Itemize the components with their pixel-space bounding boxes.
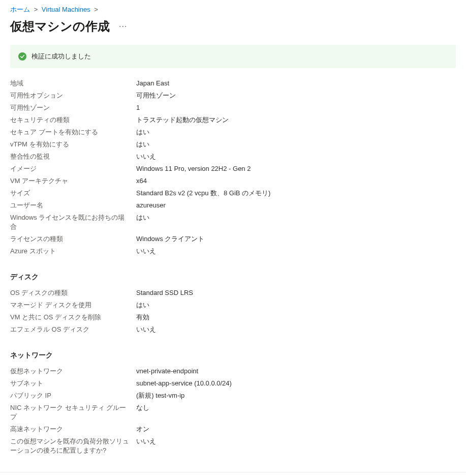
field-row: NIC ネットワーク セキュリティ グループなし [10, 402, 456, 423]
field-value: はい [136, 128, 149, 137]
title-row: 仮想マシンの作成 ··· [0, 16, 466, 45]
field-label: 高速ネットワーク [10, 425, 136, 434]
field-label: VM アーキテクチャ [10, 176, 136, 186]
chevron-right-icon: > [34, 6, 38, 13]
field-value: x64 [136, 176, 147, 186]
field-row: ライセンスの種類Windows クライアント [10, 233, 456, 245]
field-value: 可用性ゾーン [136, 91, 176, 100]
field-row: セキュア ブートを有効にするはい [10, 126, 456, 138]
field-label: ユーザー名 [10, 201, 136, 210]
field-row: サブネットsubnet-app-service (10.0.0.0/24) [10, 377, 456, 390]
field-value: トラステッド起動の仮想マシン [136, 115, 229, 125]
field-value: いいえ [136, 247, 156, 256]
field-value: はい [136, 301, 149, 310]
field-value: (新規) test-vm-ip [136, 391, 184, 400]
field-row: VM アーキテクチャx64 [10, 175, 456, 187]
svg-point-0 [18, 52, 26, 61]
field-label: vTPM を有効にする [10, 140, 136, 149]
field-label: この仮想マシンを既存の負荷分散ソリューションの後ろに配置しますか? [10, 437, 136, 455]
field-row: 可用性ゾーン1 [10, 102, 456, 114]
page-title: 仮想マシンの作成 [10, 18, 110, 35]
field-value: Standard B2s v2 (2 vcpu 数、8 GiB のメモリ) [136, 189, 270, 198]
field-row: セキュリティの種類トラステッド起動の仮想マシン [10, 114, 456, 126]
field-value: Windows 11 Pro, version 22H2 - Gen 2 [136, 164, 251, 173]
field-label: セキュリティの種類 [10, 115, 136, 125]
field-value: azureuser [136, 201, 166, 210]
field-value: なし [136, 403, 149, 412]
field-label: 整合性の監視 [10, 152, 136, 161]
field-row: VM と共に OS ディスクを削除有効 [10, 311, 456, 323]
section-basic: 地域Japan East可用性オプション可用性ゾーン可用性ゾーン1セキュリティの… [0, 77, 466, 257]
section-title-disk: ディスク [10, 273, 456, 282]
field-row: 地域Japan East [10, 77, 456, 90]
breadcrumb: ホーム > Virtual Machines > [0, 0, 466, 16]
field-row: イメージWindows 11 Pro, version 22H2 - Gen 2 [10, 163, 456, 175]
field-row: 仮想ネットワークvnet-private-endpoint [10, 365, 456, 377]
field-row: ユーザー名azureuser [10, 199, 456, 212]
field-label: イメージ [10, 164, 136, 173]
field-row: この仮想マシンを既存の負荷分散ソリューションの後ろに配置しますか?いいえ [10, 435, 456, 457]
field-value: Standard SSD LRS [136, 288, 193, 298]
field-label: サイズ [10, 189, 136, 198]
field-label: 可用性ゾーン [10, 103, 136, 112]
section-disk: ディスク OS ディスクの種類Standard SSD LRSマネージド ディス… [0, 273, 466, 336]
field-value: いいえ [136, 152, 156, 161]
field-row: Windows ライセンスを既にお持ちの場合はい [10, 212, 456, 233]
success-check-icon [18, 52, 26, 61]
field-row: 整合性の監視いいえ [10, 151, 456, 163]
field-value: Windows クライアント [136, 234, 204, 244]
field-value: Japan East [136, 79, 169, 88]
field-row: エフェメラル OS ディスクいいえ [10, 323, 456, 336]
field-label: サブネット [10, 379, 136, 388]
field-label: 地域 [10, 79, 136, 88]
field-label: ライセンスの種類 [10, 234, 136, 244]
field-label: 仮想ネットワーク [10, 367, 136, 376]
field-row: 高速ネットワークオン [10, 423, 456, 435]
field-value: オン [136, 425, 149, 434]
field-row: パブリック IP(新規) test-vm-ip [10, 390, 456, 402]
banner-text: 検証に成功しました [32, 52, 91, 61]
field-value: いいえ [136, 325, 156, 334]
field-label: Azure スポット [10, 247, 136, 256]
field-label: マネージド ディスクを使用 [10, 301, 136, 310]
breadcrumb-home-link[interactable]: ホーム [10, 6, 30, 13]
breadcrumb-vms-link[interactable]: Virtual Machines [42, 6, 90, 13]
chevron-right-icon: > [94, 6, 98, 13]
field-row: マネージド ディスクを使用はい [10, 299, 456, 311]
field-label: 可用性オプション [10, 91, 136, 100]
field-label: エフェメラル OS ディスク [10, 325, 136, 334]
field-value: vnet-private-endpoint [136, 367, 198, 376]
field-row: vTPM を有効にするはい [10, 138, 456, 151]
validation-success-banner: 検証に成功しました [10, 45, 456, 68]
field-label: セキュア ブートを有効にする [10, 128, 136, 137]
field-value: はい [136, 140, 149, 149]
field-label: OS ディスクの種類 [10, 288, 136, 298]
field-row: Azure スポットいいえ [10, 245, 456, 257]
field-row: 可用性オプション可用性ゾーン [10, 90, 456, 102]
field-row: OS ディスクの種類Standard SSD LRS [10, 287, 456, 299]
field-label: VM と共に OS ディスクを削除 [10, 313, 136, 322]
field-label: NIC ネットワーク セキュリティ グループ [10, 403, 136, 422]
footer-bar: 作成 < 前へ 次へ > Automation のテンプレートをダウンロードする [0, 472, 466, 476]
field-label: Windows ライセンスを既にお持ちの場合 [10, 213, 136, 231]
more-actions-button[interactable]: ··· [119, 22, 127, 31]
section-title-network: ネットワーク [10, 351, 456, 360]
field-row: サイズStandard B2s v2 (2 vcpu 数、8 GiB のメモリ) [10, 187, 456, 199]
field-value: 1 [136, 103, 140, 112]
field-value: subnet-app-service (10.0.0.0/24) [136, 379, 232, 388]
field-value: 有効 [136, 313, 149, 322]
field-value: はい [136, 213, 149, 222]
field-label: パブリック IP [10, 391, 136, 400]
field-value: いいえ [136, 437, 156, 446]
section-network: ネットワーク 仮想ネットワークvnet-private-endpointサブネッ… [0, 351, 466, 457]
